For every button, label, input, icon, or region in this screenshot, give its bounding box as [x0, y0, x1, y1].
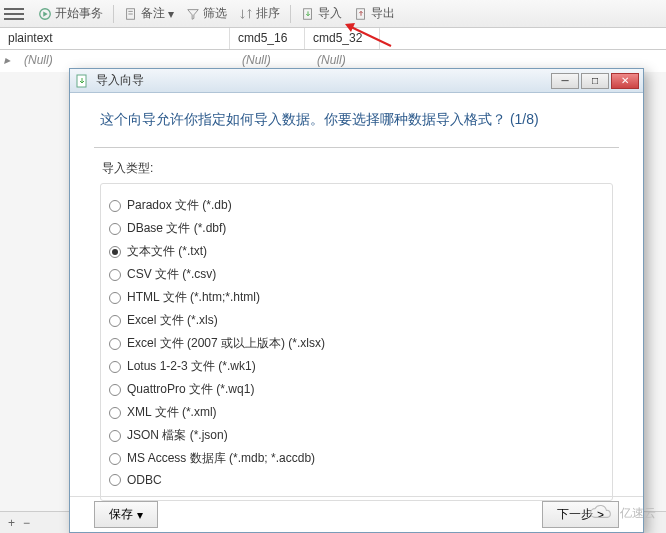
radio-option[interactable]: Excel 文件 (*.xls)	[109, 309, 604, 332]
hamburger-icon[interactable]	[4, 4, 24, 24]
import-icon	[301, 7, 315, 21]
radio-icon	[109, 430, 121, 442]
radio-icon	[109, 453, 121, 465]
radio-option[interactable]: HTML 文件 (*.htm;*.html)	[109, 286, 604, 309]
radio-option[interactable]: Lotus 1-2-3 文件 (*.wk1)	[109, 355, 604, 378]
radio-label: CSV 文件 (*.csv)	[127, 266, 216, 283]
radio-option[interactable]: 文本文件 (*.txt)	[109, 240, 604, 263]
radio-option[interactable]: Excel 文件 (2007 或以上版本) (*.xlsx)	[109, 332, 604, 355]
radio-label: ODBC	[127, 473, 162, 487]
radio-option[interactable]: CSV 文件 (*.csv)	[109, 263, 604, 286]
start-transaction-label: 开始事务	[55, 5, 103, 22]
radio-icon	[109, 338, 121, 350]
radio-icon	[109, 384, 121, 396]
filter-button[interactable]: 筛选	[180, 3, 233, 24]
sort-label: 排序	[256, 5, 280, 22]
radio-label: 文本文件 (*.txt)	[127, 243, 207, 260]
radio-label: MS Access 数据库 (*.mdb; *.accdb)	[127, 450, 315, 467]
main-toolbar: 开始事务 备注 ▾ 筛选 排序 导入 导出	[0, 0, 666, 28]
memo-label: 备注	[141, 5, 165, 22]
radio-label: Excel 文件 (*.xls)	[127, 312, 218, 329]
radio-option[interactable]: XML 文件 (*.xml)	[109, 401, 604, 424]
radio-option[interactable]: ODBC	[109, 470, 604, 490]
column-header-cmd5-16[interactable]: cmd5_16	[230, 28, 305, 49]
dialog-footer: 保存 ▾ 下一步 >	[70, 496, 643, 532]
filter-label: 筛选	[203, 5, 227, 22]
funnel-icon	[186, 7, 200, 21]
radio-icon	[109, 200, 121, 212]
import-button[interactable]: 导入	[295, 3, 348, 24]
sort-button[interactable]: 排序	[233, 3, 286, 24]
radio-option[interactable]: QuattroPro 文件 (*.wq1)	[109, 378, 604, 401]
export-label: 导出	[371, 5, 395, 22]
remove-row-button[interactable]: −	[19, 516, 34, 530]
radio-icon	[109, 407, 121, 419]
import-wizard-dialog: 导入向导 ─ □ ✕ 这个向导允许你指定如何导入数据。你要选择哪种数据导入格式？…	[69, 68, 644, 533]
import-label: 导入	[318, 5, 342, 22]
radio-label: DBase 文件 (*.dbf)	[127, 220, 226, 237]
note-icon	[124, 7, 138, 21]
radio-label: HTML 文件 (*.htm;*.html)	[127, 289, 260, 306]
dialog-titlebar[interactable]: 导入向导 ─ □ ✕	[70, 69, 643, 93]
watermark-text: 亿速云	[620, 505, 656, 522]
radio-icon	[109, 292, 121, 304]
separator	[113, 5, 114, 23]
export-icon	[354, 7, 368, 21]
maximize-button[interactable]: □	[581, 73, 609, 89]
row-indicator-icon: ▸	[4, 50, 16, 72]
radio-label: JSON 檔案 (*.json)	[127, 427, 228, 444]
close-button[interactable]: ✕	[611, 73, 639, 89]
import-type-fieldset: Paradox 文件 (*.db)DBase 文件 (*.dbf)文本文件 (*…	[100, 183, 613, 501]
separator	[94, 147, 619, 148]
radio-icon	[109, 246, 121, 258]
minimize-button[interactable]: ─	[551, 73, 579, 89]
radio-option[interactable]: JSON 檔案 (*.json)	[109, 424, 604, 447]
radio-icon	[109, 223, 121, 235]
radio-option[interactable]: DBase 文件 (*.dbf)	[109, 217, 604, 240]
start-transaction-button[interactable]: 开始事务	[32, 3, 109, 24]
add-row-button[interactable]: +	[4, 516, 19, 530]
radio-icon	[109, 315, 121, 327]
play-icon	[38, 7, 52, 21]
dialog-title: 导入向导	[96, 72, 551, 89]
dropdown-arrow-icon: ▾	[168, 7, 174, 21]
export-button[interactable]: 导出	[348, 3, 401, 24]
save-label: 保存	[109, 506, 133, 523]
radio-icon	[109, 361, 121, 373]
radio-label: Excel 文件 (2007 或以上版本) (*.xlsx)	[127, 335, 325, 352]
column-header-cmd5-32[interactable]: cmd5_32	[305, 28, 380, 49]
radio-icon	[109, 269, 121, 281]
separator	[290, 5, 291, 23]
radio-option[interactable]: MS Access 数据库 (*.mdb; *.accdb)	[109, 447, 604, 470]
radio-label: Lotus 1-2-3 文件 (*.wk1)	[127, 358, 256, 375]
fieldset-label: 导入类型:	[100, 160, 613, 177]
radio-label: Paradox 文件 (*.db)	[127, 197, 232, 214]
column-header-plaintext[interactable]: plaintext	[0, 28, 230, 49]
cloud-icon	[588, 503, 616, 523]
dropdown-arrow-icon: ▾	[137, 508, 143, 522]
radio-option[interactable]: Paradox 文件 (*.db)	[109, 194, 604, 217]
sort-icon	[239, 7, 253, 21]
dialog-header: 这个向导允许你指定如何导入数据。你要选择哪种数据导入格式？ (1/8)	[70, 93, 643, 139]
radio-label: QuattroPro 文件 (*.wq1)	[127, 381, 254, 398]
dialog-body: 导入类型: Paradox 文件 (*.db)DBase 文件 (*.dbf)文…	[70, 156, 643, 501]
dialog-header-text: 这个向导允许你指定如何导入数据。你要选择哪种数据导入格式？ (1/8)	[100, 111, 613, 129]
column-headers: plaintext cmd5_16 cmd5_32	[0, 28, 666, 50]
watermark: 亿速云	[588, 503, 656, 523]
radio-label: XML 文件 (*.xml)	[127, 404, 217, 421]
radio-icon	[109, 474, 121, 486]
save-button[interactable]: 保存 ▾	[94, 501, 158, 528]
memo-button[interactable]: 备注 ▾	[118, 3, 180, 24]
wizard-icon	[74, 73, 90, 89]
